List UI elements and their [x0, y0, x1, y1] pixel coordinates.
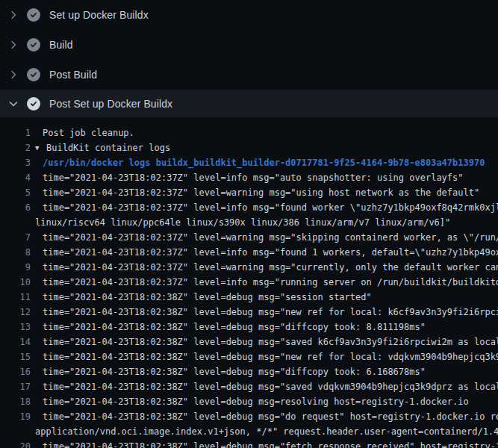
line-number[interactable]: 2 [0, 140, 31, 155]
step-row-post-set-up-docker-buildx[interactable]: Post Set up Docker Buildx [0, 90, 498, 117]
log-line: 4 time="2021-04-23T18:02:37Z" level=info… [0, 170, 498, 185]
chevron-right-icon [7, 9, 19, 21]
line-number[interactable]: 6 [0, 200, 31, 215]
line-number[interactable]: 20 [0, 439, 31, 448]
log-line-text: time="2021-04-23T18:02:37Z" level=info m… [35, 170, 498, 185]
line-number [0, 424, 31, 439]
log-line: 1 Post job cleanup. [0, 125, 498, 140]
log-line-text: time="2021-04-23T18:02:37Z" level=warnin… [35, 260, 498, 275]
log-line-text: time="2021-04-23T18:02:38Z" level=debug … [35, 349, 498, 364]
line-number[interactable]: 14 [0, 335, 31, 349]
log-line: 19 time="2021-04-23T18:02:38Z" level=deb… [0, 409, 498, 424]
step-label: Build [49, 39, 73, 51]
triangle-down-icon[interactable]: ▼ [35, 140, 46, 155]
log-line: 10 time="2021-04-23T18:02:37Z" level=inf… [0, 275, 498, 290]
check-circle-icon [27, 8, 40, 22]
line-number[interactable]: 19 [0, 409, 31, 424]
log-line: 15 time="2021-04-23T18:02:38Z" level=deb… [0, 349, 498, 364]
log-line-text: Post job cleanup. [35, 125, 498, 140]
log-line-text: time="2021-04-23T18:02:38Z" level=debug … [35, 320, 498, 335]
line-number[interactable]: 12 [0, 305, 31, 320]
log-line-text: time="2021-04-23T18:02:38Z" level=debug … [35, 335, 498, 349]
chevron-down-icon [7, 98, 19, 110]
line-number[interactable]: 3 [0, 155, 31, 170]
log-line-text: time="2021-04-23T18:02:37Z" level=info m… [35, 200, 498, 215]
log-line-text: time="2021-04-23T18:02:38Z" level=debug … [35, 439, 498, 448]
log-line: 13 time="2021-04-23T18:02:38Z" level=deb… [0, 320, 498, 335]
log-line-text: time="2021-04-23T18:02:38Z" level=debug … [35, 305, 498, 320]
line-number[interactable]: 15 [0, 349, 31, 364]
log-line-text: time="2021-04-23T18:02:37Z" level=info m… [35, 275, 498, 290]
line-number [0, 215, 31, 230]
step-row-set-up-docker-buildx[interactable]: Set up Docker Buildx [0, 0, 498, 30]
log-line: 20 time="2021-04-23T18:02:38Z" level=deb… [0, 439, 498, 448]
log-area: 1 Post job cleanup. 2 ▼BuildKit containe… [0, 117, 498, 448]
log-line: 3 /usr/bin/docker logs buildx_buildkit_b… [0, 155, 498, 170]
step-label: Post Set up Docker Buildx [49, 98, 172, 110]
steps-list: Set up Docker Buildx Build Post Build [0, 0, 498, 117]
line-number[interactable]: 5 [0, 185, 31, 200]
log-line: 16 time="2021-04-23T18:02:38Z" level=deb… [0, 364, 498, 379]
step-label: Set up Docker Buildx [49, 9, 149, 21]
line-number[interactable]: 11 [0, 290, 31, 305]
line-number[interactable]: 8 [0, 245, 31, 260]
log-line: 8 time="2021-04-23T18:02:37Z" level=info… [0, 245, 498, 260]
log-line-text: linux/riscv64 linux/ppc64le linux/s390x … [35, 215, 498, 230]
log-line: 9 time="2021-04-23T18:02:37Z" level=warn… [0, 260, 498, 275]
log-group-title[interactable]: BuildKit container logs [46, 143, 170, 153]
log-line-text: time="2021-04-23T18:02:37Z" level=warnin… [35, 230, 498, 245]
step-row-post-build[interactable]: Post Build [0, 60, 498, 90]
log-line-text: time="2021-04-23T18:02:37Z" level=info m… [35, 245, 498, 260]
log-line: 11 time="2021-04-23T18:02:38Z" level=deb… [0, 290, 498, 305]
line-number[interactable]: 7 [0, 230, 31, 245]
step-row-build[interactable]: Build [0, 30, 498, 60]
log-line: 14 time="2021-04-23T18:02:38Z" level=deb… [0, 335, 498, 349]
line-number[interactable]: 13 [0, 320, 31, 335]
line-number[interactable]: 16 [0, 364, 31, 379]
log-line: 2 ▼BuildKit container logs [0, 140, 498, 155]
line-number[interactable]: 10 [0, 275, 31, 290]
log-line-text: time="2021-04-23T18:02:38Z" level=debug … [35, 290, 498, 305]
log-line-text: application/vnd.oci.image.index.v1+json,… [35, 424, 498, 439]
line-number[interactable]: 9 [0, 260, 31, 275]
log-line-text: time="2021-04-23T18:02:38Z" level=debug … [35, 364, 498, 379]
line-number[interactable]: 17 [0, 379, 31, 394]
log-line: 5 time="2021-04-23T18:02:37Z" level=warn… [0, 185, 498, 200]
step-label: Post Build [49, 69, 97, 81]
log-line: 12 time="2021-04-23T18:02:38Z" level=deb… [0, 305, 498, 320]
check-circle-icon [27, 68, 40, 81]
log-line: 6 time="2021-04-23T18:02:37Z" level=info… [0, 200, 498, 215]
line-number[interactable]: 1 [0, 125, 31, 140]
log-line: 7 time="2021-04-23T18:02:37Z" level=warn… [0, 230, 498, 245]
check-circle-icon [27, 97, 40, 111]
log-line: linux/riscv64 linux/ppc64le linux/s390x … [0, 215, 498, 230]
chevron-right-icon [7, 39, 19, 51]
log-line-text: time="2021-04-23T18:02:38Z" level=debug … [35, 394, 498, 409]
check-circle-icon [27, 38, 40, 52]
workflow-log-viewer: Set up Docker Buildx Build Post Build [0, 0, 498, 448]
log-line-text: ▼BuildKit container logs [35, 140, 498, 155]
log-line: application/vnd.oci.image.index.v1+json,… [0, 424, 498, 439]
line-number[interactable]: 4 [0, 170, 31, 185]
log-line-text: time="2021-04-23T18:02:37Z" level=warnin… [35, 185, 498, 200]
line-number[interactable]: 18 [0, 394, 31, 409]
log-line-text: time="2021-04-23T18:02:38Z" level=debug … [35, 379, 498, 394]
log-line-text: /usr/bin/docker logs buildx_buildkit_bui… [35, 155, 498, 170]
log-line-text: time="2021-04-23T18:02:38Z" level=debug … [35, 409, 498, 424]
chevron-right-icon [7, 69, 19, 81]
log-line: 18 time="2021-04-23T18:02:38Z" level=deb… [0, 394, 498, 409]
log-line: 17 time="2021-04-23T18:02:38Z" level=deb… [0, 379, 498, 394]
